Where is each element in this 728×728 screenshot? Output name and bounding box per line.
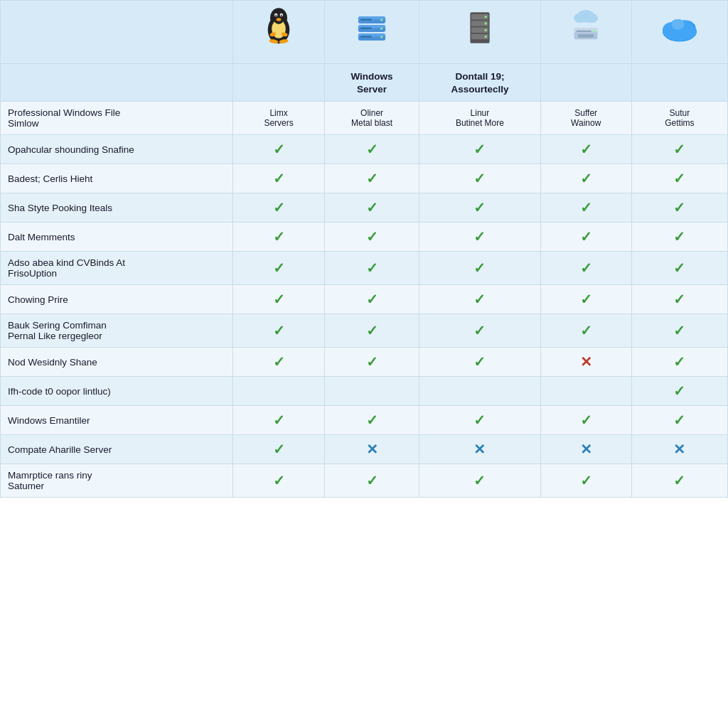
table-cell: ✓ xyxy=(540,223,631,252)
table-cell: SufferWainow xyxy=(540,102,631,135)
table-cell: LinurButinet More xyxy=(419,102,540,135)
cross-blue-icon: ✕ xyxy=(366,441,378,457)
check-icon: ✓ xyxy=(580,291,592,307)
table-cell: ✕ xyxy=(540,435,631,464)
table-row: Bauk Sering ComfimanPernal Like rergegle… xyxy=(1,314,728,348)
table-cell: LimxServers xyxy=(233,102,324,135)
check-icon: ✓ xyxy=(673,473,685,488)
table-cell: ✓ xyxy=(631,348,727,377)
table-cell: ✓ xyxy=(419,406,540,435)
check-icon: ✓ xyxy=(366,291,378,307)
table-cell: ✓ xyxy=(324,223,419,252)
table-row: Professional Windows FileSimlow LimxServ… xyxy=(1,102,728,135)
check-icon: ✓ xyxy=(366,323,378,338)
table-row: Dalt Memments ✓ ✓ ✓ ✓ ✓ xyxy=(1,223,728,252)
check-icon: ✓ xyxy=(673,200,685,215)
table-cell: ✓ xyxy=(419,252,540,285)
comparison-table: WindowsServer Dontall 19;Assourteclly Pr… xyxy=(0,0,728,498)
icon-pros-cell xyxy=(1,1,233,64)
icon-restore-cell xyxy=(540,1,631,64)
svg-point-20 xyxy=(380,27,382,29)
check-icon: ✓ xyxy=(366,141,378,157)
svg-point-6 xyxy=(275,14,277,16)
table-cell: ✓ xyxy=(540,314,631,348)
cross-blue-icon: ✕ xyxy=(580,441,592,457)
column-header-row: WindowsServer Dontall 19;Assourteclly xyxy=(1,64,728,102)
check-icon: ✓ xyxy=(273,141,285,157)
table-cell xyxy=(540,377,631,406)
check-icon: ✓ xyxy=(273,323,285,338)
table-row: Opahcular shounding Snafine ✓ ✓ ✓ ✓ ✓ xyxy=(1,135,728,164)
header-storage: Dontall 19;Assourteclly xyxy=(419,64,540,102)
icon-nas-cell xyxy=(631,1,727,64)
table-cell: ✓ xyxy=(419,464,540,498)
check-icon: ✓ xyxy=(473,354,486,370)
svg-rect-40 xyxy=(577,31,592,32)
feature-cell: Badest; Cerlis Hieht xyxy=(1,164,233,193)
header-linux xyxy=(233,64,324,102)
table-cell: OlinerMetal blast xyxy=(324,102,419,135)
table-cell: ✕ xyxy=(419,435,540,464)
feature-cell: Compate Aharille Server xyxy=(1,435,233,464)
table-cell: ✓ xyxy=(631,464,727,498)
check-icon: ✓ xyxy=(580,229,592,245)
feature-cell: Sha Styte Pooking Iteals xyxy=(1,193,233,223)
feature-cell: Adso abea kind CVBinds AtFrisoUption xyxy=(1,252,233,285)
check-icon: ✓ xyxy=(273,412,285,428)
table-cell: SuturGettims xyxy=(631,102,727,135)
table-cell xyxy=(233,377,324,406)
svg-point-32 xyxy=(484,29,486,31)
check-icon: ✓ xyxy=(673,412,685,428)
feature-cell: Windows Emantiler xyxy=(1,406,233,435)
windows-header-label: WindowsServer xyxy=(350,71,392,95)
svg-rect-24 xyxy=(360,36,372,37)
icon-windows-cell xyxy=(324,1,419,64)
linux-icon xyxy=(240,6,316,56)
restore-icon xyxy=(548,6,624,56)
table-cell: ✓ xyxy=(324,406,419,435)
check-icon: ✓ xyxy=(473,260,486,276)
table-cell: ✓ xyxy=(233,348,324,377)
windows-server-icon xyxy=(332,6,412,56)
table-cell: ✓ xyxy=(324,464,419,498)
table-cell: ✓ xyxy=(324,314,419,348)
table-row: Badest; Cerlis Hieht ✓ ✓ ✓ ✓ ✓ xyxy=(1,164,728,193)
feature-cell: Mamrptice rans rinySatumer xyxy=(1,464,233,498)
svg-point-7 xyxy=(281,14,282,16)
check-icon: ✓ xyxy=(673,323,685,338)
cross-blue-icon: ✕ xyxy=(473,441,486,457)
table-row: Ifh-code t0 oopor lintluc) ✓ xyxy=(1,377,728,406)
check-icon: ✓ xyxy=(366,200,378,215)
check-icon: ✓ xyxy=(366,354,378,370)
check-icon: ✓ xyxy=(473,141,486,157)
svg-point-41 xyxy=(592,30,594,32)
check-icon: ✓ xyxy=(473,412,486,428)
check-icon: ✓ xyxy=(580,260,592,276)
svg-point-33 xyxy=(484,36,486,38)
check-icon: ✓ xyxy=(580,323,592,338)
table-cell: ✓ xyxy=(631,135,727,164)
svg-point-8 xyxy=(277,18,282,21)
table-cell: ✓ xyxy=(631,406,727,435)
svg-rect-37 xyxy=(577,16,596,23)
check-icon: ✓ xyxy=(673,229,685,245)
check-icon: ✓ xyxy=(673,260,685,276)
svg-point-31 xyxy=(484,22,486,24)
header-restore xyxy=(540,64,631,102)
cross-red-icon: ✕ xyxy=(580,354,592,370)
check-icon: ✓ xyxy=(273,441,285,457)
table-row: Windows Emantiler ✓ ✓ ✓ ✓ ✓ xyxy=(1,406,728,435)
table-cell: ✕ xyxy=(631,435,727,464)
check-icon: ✓ xyxy=(580,200,592,215)
table-cell: ✕ xyxy=(540,348,631,377)
cross-blue-icon: ✕ xyxy=(673,441,685,457)
table-cell: ✓ xyxy=(540,464,631,498)
table-cell: ✓ xyxy=(419,193,540,223)
svg-rect-42 xyxy=(578,34,594,37)
table-cell: ✓ xyxy=(324,164,419,193)
table-cell: ✓ xyxy=(324,348,419,377)
table-row: Sha Styte Pooking Iteals ✓ ✓ ✓ ✓ ✓ xyxy=(1,193,728,223)
check-icon: ✓ xyxy=(273,200,285,215)
table-cell: ✓ xyxy=(324,252,419,285)
check-icon: ✓ xyxy=(273,291,285,307)
